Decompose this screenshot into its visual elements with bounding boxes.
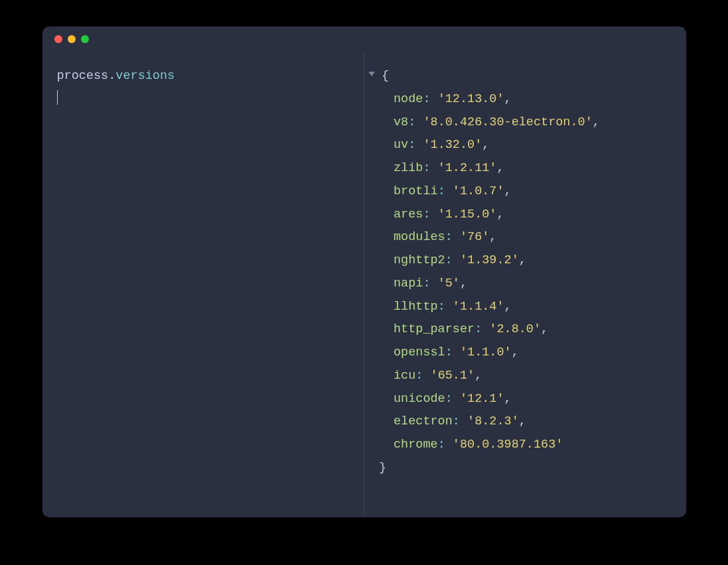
colon: : <box>438 300 445 314</box>
output-entry: zlib: '1.2.11', <box>379 157 672 180</box>
output-entry: chrome: '80.0.3987.163' <box>379 434 672 457</box>
output-value: '1.32.0' <box>423 138 482 152</box>
input-object: process <box>57 69 109 83</box>
comma: , <box>504 392 512 406</box>
comma: , <box>460 277 467 290</box>
output-value: '8.0.426.30-electron.0' <box>423 115 592 129</box>
comma: , <box>593 115 600 129</box>
colon: : <box>423 277 430 290</box>
colon: : <box>423 92 430 106</box>
comma: , <box>512 345 519 359</box>
output-value: '12.13.0' <box>438 92 504 106</box>
colon: : <box>453 414 460 428</box>
repl-window: process.versions { node: '12.13.0',v8: '… <box>42 27 686 517</box>
output-key: zlib <box>394 161 423 175</box>
comma: , <box>496 161 504 175</box>
close-button[interactable] <box>54 35 62 43</box>
colon: : <box>445 392 453 406</box>
output-key: electron <box>394 414 453 428</box>
colon: : <box>423 208 430 221</box>
comma: , <box>519 253 526 267</box>
comma: , <box>474 369 482 383</box>
maximize-button[interactable] <box>81 35 89 43</box>
output-value: '1.15.0' <box>438 208 497 221</box>
output-value: '76' <box>460 230 489 244</box>
colon: : <box>415 369 423 383</box>
colon: : <box>474 322 482 336</box>
output-entry: http_parser: '2.8.0', <box>379 318 672 342</box>
minimize-button[interactable] <box>68 35 76 43</box>
comma: , <box>504 184 512 198</box>
output-key: http_parser <box>394 322 474 336</box>
input-pane[interactable]: process.versions <box>42 52 365 517</box>
window-titlebar <box>42 27 686 52</box>
input-property: versions <box>115 69 175 83</box>
output-value: '8.2.3' <box>467 414 519 428</box>
colon: : <box>438 184 445 198</box>
output-entry: unicode: '12.1', <box>379 388 672 411</box>
output-key: ares <box>394 208 423 221</box>
cursor-line <box>57 88 350 111</box>
text-cursor <box>57 90 58 105</box>
output-value: '1.1.0' <box>460 345 512 359</box>
output-key: unicode <box>394 392 445 406</box>
comma: , <box>541 322 548 336</box>
output-entry: node: '12.13.0', <box>379 88 672 111</box>
output-key: openssl <box>394 345 445 359</box>
input-line: process.versions <box>57 65 350 88</box>
colon: : <box>445 345 453 359</box>
output-key: node <box>394 92 423 106</box>
output-entry: napi: '5', <box>379 273 672 296</box>
output-pane: { node: '12.13.0',v8: '8.0.426.30-electr… <box>364 52 686 517</box>
output-entry: icu: '65.1', <box>379 365 672 388</box>
colon: : <box>408 138 415 152</box>
output-entry: ares: '1.15.0', <box>379 204 672 227</box>
output-key: uv <box>394 138 408 152</box>
output-close-brace: } <box>379 457 672 480</box>
comma: , <box>496 208 504 221</box>
output-key: modules <box>394 230 445 244</box>
output-key: brotli <box>394 184 438 198</box>
output-entry: nghttp2: '1.39.2', <box>379 249 672 273</box>
comma: , <box>504 300 512 314</box>
repl-content: process.versions { node: '12.13.0',v8: '… <box>42 52 686 517</box>
output-open-brace: { <box>382 65 672 88</box>
colon: : <box>438 438 445 452</box>
output-key: icu <box>394 369 415 383</box>
output-entry: brotli: '1.0.7', <box>379 180 672 204</box>
output-value: '80.0.3987.163' <box>453 438 563 452</box>
output-key: napi <box>394 277 423 290</box>
comma: , <box>489 230 496 244</box>
output-entry: electron: '8.2.3', <box>379 410 672 434</box>
output-value: '65.1' <box>431 369 475 383</box>
output-entry: v8: '8.0.426.30-electron.0', <box>379 111 672 135</box>
comma: , <box>519 414 526 428</box>
collapse-toggle-icon[interactable] <box>368 72 375 76</box>
colon: : <box>445 230 453 244</box>
output-value: '2.8.0' <box>489 322 541 336</box>
dot-operator: . <box>108 69 115 83</box>
output-entry: llhttp: '1.1.4', <box>379 296 672 319</box>
output-key: v8 <box>394 115 408 129</box>
output-value: '1.39.2' <box>460 253 519 267</box>
output-value: '1.0.7' <box>453 184 504 198</box>
colon: : <box>423 161 430 175</box>
output-value: '1.2.11' <box>438 161 497 175</box>
output-key: nghttp2 <box>394 253 445 267</box>
colon: : <box>408 115 415 129</box>
output-value: '5' <box>438 277 460 290</box>
comma: , <box>504 92 512 106</box>
output-entry: uv: '1.32.0', <box>379 134 672 157</box>
output-key: llhttp <box>394 300 438 314</box>
output-entries: node: '12.13.0',v8: '8.0.426.30-electron… <box>379 88 672 457</box>
output-key: chrome <box>394 438 438 452</box>
output-value: '1.1.4' <box>453 300 504 314</box>
colon: : <box>445 253 453 267</box>
output-entry: openssl: '1.1.0', <box>379 342 672 365</box>
output-value: '12.1' <box>460 392 504 406</box>
comma: , <box>482 138 489 152</box>
output-entry: modules: '76', <box>379 226 672 249</box>
